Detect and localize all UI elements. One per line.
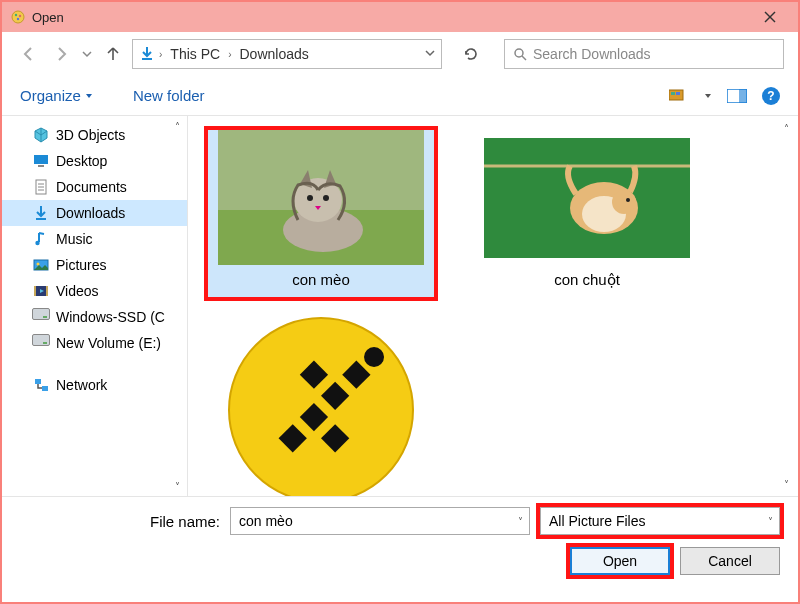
3d-icon [32,126,50,144]
svg-point-0 [12,11,24,23]
svg-rect-27 [35,379,41,384]
svg-point-1 [15,14,17,16]
open-dialog: Open › This PC › Downloads Search Downlo… [0,0,800,604]
svg-point-21 [35,241,39,245]
up-button[interactable] [100,41,126,67]
tree-item-label: Network [56,377,107,393]
tree-item-label: Documents [56,179,127,195]
tree-item-pictures[interactable]: Pictures [2,252,187,278]
tree-item-music[interactable]: Music [2,226,187,252]
chevron-down-icon[interactable] [704,92,712,100]
svg-point-34 [307,195,313,201]
view-mode-button[interactable] [668,85,690,107]
drive-icon [32,308,50,326]
svg-rect-14 [34,155,48,164]
svg-rect-10 [671,92,675,95]
breadcrumb[interactable]: › This PC › Downloads [132,39,442,69]
svg-point-40 [612,190,636,214]
file-list: ˄ con mèocon chuột ˅ [188,116,798,496]
videos-icon [32,282,50,300]
recent-dropdown[interactable] [80,41,94,67]
pictures-icon [32,256,50,274]
new-folder-button[interactable]: New folder [133,87,205,104]
close-button[interactable] [750,3,790,31]
cancel-button[interactable]: Cancel [680,547,780,575]
chevron-down-icon[interactable]: ˅ [768,516,773,527]
documents-icon [32,178,50,196]
preview-pane-button[interactable] [726,85,748,107]
svg-rect-15 [38,165,44,167]
desktop-icon [32,152,50,170]
file-name: con chuột [550,265,624,297]
tree-item-drive[interactable]: New Volume (E:) [2,330,187,356]
svg-point-2 [19,15,21,17]
back-button[interactable] [16,41,42,67]
open-button[interactable]: Open [570,547,670,575]
chevron-down-icon[interactable] [425,48,435,60]
svg-line-8 [522,56,526,60]
tree-item-downloads[interactable]: Downloads [2,200,187,226]
tree-item-label: Desktop [56,153,107,169]
svg-rect-25 [34,286,36,296]
svg-point-41 [626,198,630,202]
svg-point-35 [323,195,329,201]
tree-item-videos[interactable]: Videos [2,278,187,304]
svg-rect-13 [739,89,747,103]
tree-scroll-up[interactable]: ˄ [169,118,185,134]
music-icon [32,230,50,248]
forward-button[interactable] [48,41,74,67]
file-item[interactable]: con mèo [208,130,434,297]
app-icon [10,9,26,25]
tree-item-label: Downloads [56,205,125,221]
svg-rect-26 [46,286,48,296]
downloads-icon [32,204,50,222]
tree-item-documents[interactable]: Documents [2,174,187,200]
tree-item-label: 3D Objects [56,127,125,143]
file-item[interactable] [208,337,434,472]
search-input[interactable]: Search Downloads [504,39,784,69]
file-name: con mèo [288,265,354,296]
chevron-right-icon: › [159,49,162,60]
crumb-thispc[interactable]: This PC [166,44,224,64]
organize-menu[interactable]: Organize [20,87,93,104]
tree-item-label: New Volume (E:) [56,335,161,351]
svg-point-23 [37,263,40,266]
command-toolbar: Organize New folder ? [2,76,798,116]
chevron-right-icon: › [228,49,231,60]
thumbnail [218,130,424,265]
help-button[interactable]: ? [762,87,780,105]
filename-input[interactable]: con mèo ˅ [230,507,530,535]
tree-item-label: Pictures [56,257,107,273]
content-scroll-down[interactable]: ˅ [778,476,794,492]
svg-point-3 [17,18,19,20]
refresh-button[interactable] [456,39,486,69]
filetype-filter[interactable]: All Picture Files ˅ [540,507,780,535]
svg-point-7 [515,49,523,57]
tree-item-3d[interactable]: 3D Objects [2,122,187,148]
tree-item-label: Music [56,231,93,247]
nav-tree: ˄ 3D ObjectsDesktopDocumentsDownloadsMus… [2,116,188,496]
network-icon [32,376,50,394]
tree-item-desktop[interactable]: Desktop [2,148,187,174]
window-title: Open [32,10,64,25]
crumb-downloads[interactable]: Downloads [235,44,312,64]
titlebar: Open [2,2,798,32]
tree-item-label: Windows-SSD (C [56,309,165,325]
downloads-icon [139,45,155,64]
tree-scroll-down[interactable]: ˅ [169,478,185,494]
content-scroll-up[interactable]: ˄ [778,120,794,136]
file-item[interactable]: con chuột [474,130,700,297]
tree-item-drive[interactable]: Windows-SSD (C [2,304,187,330]
svg-rect-28 [42,386,48,391]
tree-item-network[interactable]: Network [2,372,187,398]
search-icon [513,47,527,61]
thumbnail [218,337,424,472]
thumbnail [484,130,690,265]
svg-rect-11 [676,92,680,95]
nav-toolbar: › This PC › Downloads Search Downloads [2,32,798,76]
dialog-footer: File name: con mèo ˅ All Picture Files ˅… [2,496,798,589]
search-placeholder: Search Downloads [533,46,651,62]
filename-label: File name: [20,513,220,530]
tree-item-label: Videos [56,283,99,299]
chevron-down-icon[interactable]: ˅ [518,516,523,527]
